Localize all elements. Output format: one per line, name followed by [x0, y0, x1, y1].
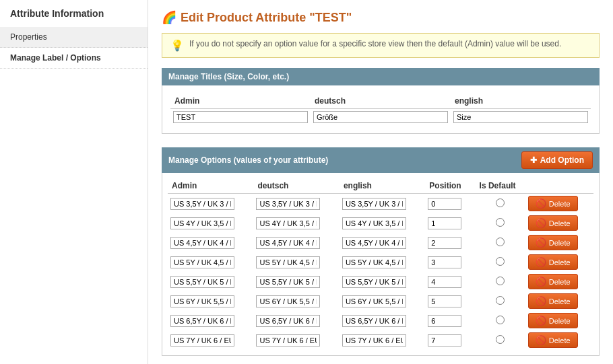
title-deutsch-input[interactable] [313, 111, 448, 123]
titles-col-admin: Admin [170, 94, 311, 109]
delete-button[interactable]: 🚫 Delete [528, 274, 578, 289]
rainbow-icon: 🌈 [162, 10, 176, 25]
option-deutsch-input[interactable] [256, 217, 320, 229]
option-default-radio[interactable] [496, 335, 505, 344]
sidebar-item-manage-label-options[interactable]: Manage Label / Options [0, 48, 148, 69]
options-table: Admin deutsch english Position Is Defaul… [168, 178, 593, 350]
option-deutsch-cell [253, 194, 339, 214]
option-admin-cell [168, 194, 253, 214]
option-deutsch-cell [253, 330, 339, 350]
add-icon: ✚ [530, 155, 537, 165]
delete-label: Delete [549, 258, 571, 266]
option-english-input[interactable] [342, 315, 406, 327]
sidebar-item-properties[interactable]: Properties [0, 27, 148, 48]
option-admin-input[interactable] [170, 198, 234, 210]
sidebar: Attribute Information Properties Manage … [0, 0, 148, 364]
option-position-input[interactable] [428, 237, 461, 249]
option-position-input[interactable] [428, 217, 461, 229]
option-english-input[interactable] [342, 295, 406, 307]
title-english-input[interactable] [453, 111, 588, 123]
delete-label: Delete [549, 200, 571, 208]
option-english-input[interactable] [342, 217, 406, 229]
option-position-input[interactable] [428, 315, 461, 327]
option-default-radio[interactable] [496, 218, 505, 227]
delete-button[interactable]: 🚫 Delete [528, 254, 578, 270]
option-deutsch-input[interactable] [256, 276, 320, 288]
option-admin-input[interactable] [170, 256, 234, 268]
delete-icon: 🚫 [536, 316, 546, 326]
titles-col-deutsch: deutsch [311, 94, 451, 109]
delete-button[interactable]: 🚫 Delete [528, 332, 578, 348]
delete-button[interactable]: 🚫 Delete [528, 235, 578, 250]
option-position-cell [425, 233, 475, 252]
option-english-input[interactable] [342, 276, 406, 288]
table-row: 🚫 Delete [168, 194, 593, 214]
option-admin-input[interactable] [170, 217, 234, 229]
table-row: 🚫 Delete [168, 330, 593, 350]
notice-box: 💡 If you do not specify an option value … [162, 33, 600, 58]
option-default-radio[interactable] [496, 316, 505, 324]
option-deutsch-input[interactable] [256, 256, 320, 268]
table-row: 🚫 Delete [168, 291, 593, 311]
option-default-radio[interactable] [496, 277, 505, 285]
delete-icon: 🚫 [536, 257, 546, 267]
delete-label: Delete [549, 219, 571, 227]
delete-label: Delete [549, 278, 571, 286]
option-english-input[interactable] [342, 237, 406, 249]
option-position-input[interactable] [428, 276, 461, 288]
option-default-cell [476, 233, 525, 252]
option-admin-input[interactable] [170, 276, 234, 288]
option-default-cell [476, 311, 525, 330]
delete-button[interactable]: 🚫 Delete [528, 215, 578, 231]
option-default-cell [476, 272, 525, 291]
delete-button[interactable]: 🚫 Delete [528, 313, 578, 328]
option-position-cell [425, 194, 475, 214]
options-col-action [525, 178, 593, 194]
titles-section: Manage Titles (Size, Color, etc.) Admin … [162, 68, 600, 134]
option-position-input[interactable] [428, 295, 461, 307]
option-deutsch-input[interactable] [256, 237, 320, 249]
option-default-radio[interactable] [496, 257, 505, 266]
add-option-label: Add Option [540, 155, 584, 165]
delete-label: Delete [549, 297, 571, 305]
sidebar-title: Attribute Information [0, 0, 148, 27]
delete-label: Delete [549, 317, 571, 325]
option-deutsch-input[interactable] [256, 334, 320, 347]
option-admin-cell [168, 233, 253, 252]
option-english-cell [340, 194, 425, 214]
option-english-input[interactable] [342, 256, 406, 268]
option-position-cell [425, 213, 475, 233]
option-english-input[interactable] [342, 334, 406, 347]
delete-icon: 🚫 [536, 218, 546, 228]
title-admin-input[interactable] [173, 111, 308, 123]
option-deutsch-cell [253, 272, 339, 291]
title-deutsch-cell [311, 109, 451, 126]
titles-section-body: Admin deutsch english [162, 85, 600, 134]
option-admin-input[interactable] [170, 295, 234, 307]
option-admin-input[interactable] [170, 334, 234, 347]
option-default-radio[interactable] [496, 238, 505, 246]
option-position-input[interactable] [428, 334, 461, 347]
option-admin-cell [168, 252, 253, 272]
option-action-cell: 🚫 Delete [525, 330, 593, 350]
option-admin-cell [168, 291, 253, 311]
options-section-body: Admin deutsch english Position Is Defaul… [162, 173, 600, 356]
titles-col-english: english [451, 94, 591, 109]
notice-text: If you do not specify an option value fo… [189, 39, 561, 48]
option-position-cell [425, 330, 475, 350]
option-deutsch-input[interactable] [256, 315, 320, 327]
add-option-button[interactable]: ✚ Add Option [521, 151, 593, 169]
option-deutsch-input[interactable] [256, 198, 320, 210]
option-admin-input[interactable] [170, 315, 234, 327]
delete-icon: 🚫 [536, 277, 546, 287]
option-english-input[interactable] [342, 198, 406, 210]
delete-button[interactable]: 🚫 Delete [528, 196, 578, 211]
option-action-cell: 🚫 Delete [525, 194, 593, 214]
delete-button[interactable]: 🚫 Delete [528, 293, 578, 309]
option-position-input[interactable] [428, 256, 461, 268]
option-deutsch-input[interactable] [256, 295, 320, 307]
option-position-input[interactable] [428, 198, 461, 210]
option-default-radio[interactable] [496, 198, 505, 207]
option-admin-input[interactable] [170, 237, 234, 249]
option-default-radio[interactable] [496, 296, 505, 305]
